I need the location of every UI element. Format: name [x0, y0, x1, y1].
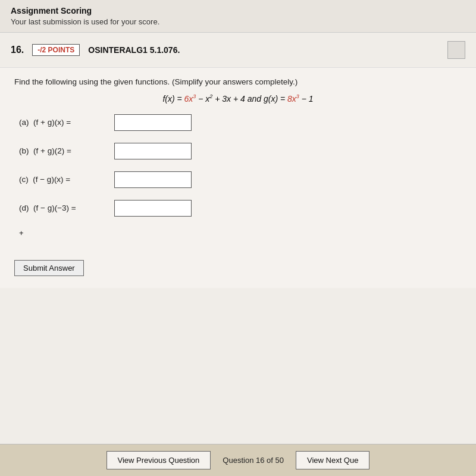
- assignment-scoring-title: Assignment Scoring: [11, 6, 465, 15]
- question-code: OSINTERALG1 5.1.076.: [88, 45, 180, 55]
- function-f-prefix: f(x) = 6x3 − x2 + 3x + 4 and g(x) = 8x3 …: [162, 94, 313, 104]
- page-info: Question 16 of 50: [211, 452, 296, 469]
- part-d-label: (d) (f − g)(−3) =: [19, 203, 114, 212]
- instruction-text: Find the following using the given funct…: [14, 77, 462, 86]
- part-row-c: (c) (f − g)(x) =: [14, 171, 462, 188]
- part-c-label: (c) (f − g)(x) =: [19, 175, 114, 184]
- part-a-input[interactable]: [114, 114, 192, 131]
- plus-symbol: +: [14, 228, 462, 237]
- part-row-d: (d) (f − g)(−3) =: [14, 200, 462, 217]
- bookmark-button[interactable]: [447, 41, 465, 59]
- question-number: 16.: [11, 45, 24, 55]
- part-b-label: (b) (f + g)(2) =: [19, 146, 114, 155]
- function-display: f(x) = 6x3 − x2 + 3x + 4 and g(x) = 8x3 …: [14, 93, 462, 104]
- page-wrapper: Assignment Scoring Your last submission …: [0, 0, 476, 476]
- part-c-input[interactable]: [114, 171, 192, 188]
- part-d-input[interactable]: [114, 200, 192, 217]
- prev-question-button[interactable]: View Previous Question: [107, 451, 211, 469]
- main-content: Assignment Scoring Your last submission …: [0, 0, 476, 476]
- part-row-a: (a) (f + g)(x) =: [14, 114, 462, 131]
- assignment-scoring-bar: Assignment Scoring Your last submission …: [0, 0, 476, 33]
- question-section: 16. -/2 POINTS OSINTERALG1 5.1.076. Find…: [0, 33, 476, 288]
- part-a-label: (a) (f + g)(x) =: [19, 118, 114, 127]
- part-row-b: (b) (f + g)(2) =: [14, 143, 462, 159]
- assignment-scoring-subtitle: Your last submission is used for your sc…: [11, 17, 465, 26]
- part-b-input[interactable]: [114, 143, 192, 159]
- bottom-nav: View Previous Question Question 16 of 50…: [0, 444, 476, 476]
- question-header: 16. -/2 POINTS OSINTERALG1 5.1.076.: [0, 33, 476, 68]
- points-badge: -/2 POINTS: [32, 44, 80, 56]
- submit-section: Submit Answer: [0, 254, 476, 288]
- next-question-button[interactable]: View Next Que: [296, 451, 369, 469]
- submit-button[interactable]: Submit Answer: [14, 260, 84, 276]
- question-body: Find the following using the given funct…: [0, 68, 476, 254]
